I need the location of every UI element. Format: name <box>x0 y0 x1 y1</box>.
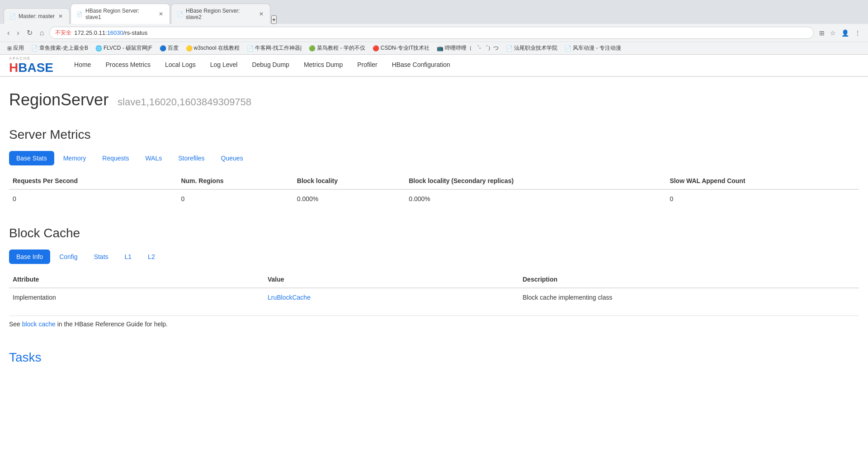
tab-memory[interactable]: Memory <box>56 151 94 165</box>
block-cache-header-row: Attribute Value Description <box>9 271 859 288</box>
logo-wrapper: APACHE H BASE <box>9 56 53 75</box>
tab-3-icon: 📄 <box>177 11 183 17</box>
block-cache-note: See block cache in the HBase Reference G… <box>9 315 859 332</box>
url-input[interactable]: 不安全 172.25.0.11:16030/rs-status <box>49 27 814 39</box>
block-cache-table: Attribute Value Description Implementati… <box>9 271 859 306</box>
bookmark-1[interactable]: 📄 章鱼搜索-史上最全B <box>29 43 90 53</box>
main-nav: Home Process Metrics Local Logs Log Leve… <box>67 55 458 76</box>
address-bar: ‹ › ↻ ⌂ 不安全 172.25.0.11:16030/rs-status … <box>0 24 868 42</box>
tab-2-close[interactable]: ✕ <box>158 10 164 18</box>
server-metrics-header-row: Requests Per Second Num. Regions Block l… <box>9 173 859 189</box>
app-header: APACHE H BASE Home Process Metrics Local… <box>0 55 868 77</box>
col-requests-per-second: Requests Per Second <box>9 173 177 189</box>
cell-num-regions: 0 <box>177 189 293 208</box>
nav-bar: APACHE H BASE Home Process Metrics Local… <box>0 55 868 76</box>
cell-value-implementation: LruBlockCache <box>264 288 519 306</box>
nav-local-logs[interactable]: Local Logs <box>158 55 203 76</box>
nav-process-metrics[interactable]: Process Metrics <box>98 55 158 76</box>
account-icon[interactable]: 👤 <box>840 28 851 38</box>
tab-3-close[interactable]: ✕ <box>258 10 264 18</box>
url-text: 172.25.0.11:16030/rs-status <box>74 29 808 36</box>
cell-requests-per-second: 0 <box>9 189 177 208</box>
browser-tab-3[interactable]: 📄 HBase Region Server: slave2 ✕ <box>171 4 270 24</box>
bookmark-10[interactable]: 📄 风车动漫 - 专注动漫 <box>563 43 623 53</box>
tasks-title[interactable]: Tasks <box>9 350 42 364</box>
browser-toolbar: ⊞ ☆ 👤 ⋮ <box>817 28 863 38</box>
translate-icon[interactable]: ⊞ <box>817 28 826 38</box>
bookmark-6[interactable]: 🟢 菜鸟教程 - 学的不仅 <box>307 43 367 53</box>
tab-1-icon: 📄 <box>9 14 16 19</box>
browser-tab-2[interactable]: 📄 HBase Region Server: slave1 ✕ <box>71 4 170 24</box>
server-metrics-data-row: 0 0 0.000% 0.000% 0 <box>9 189 859 208</box>
col-value: Value <box>264 271 519 288</box>
cell-attribute-implementation: Implementation <box>9 288 264 306</box>
bookmark-9[interactable]: 📄 汕尾职业技术学院 <box>504 43 559 53</box>
forward-button[interactable]: › <box>15 27 21 39</box>
browser-chrome: 📄 Master: master ✕ 📄 HBase Region Server… <box>0 0 868 55</box>
main-content: RegionServer slave1,16020,1603849309758 … <box>0 77 868 378</box>
logo-base: BASE <box>18 61 53 75</box>
server-metrics-table: Requests Per Second Num. Regions Block l… <box>9 173 859 208</box>
bookmark-5[interactable]: 📄 牛客网-找工作神器| <box>245 43 303 53</box>
server-metrics-section: Server Metrics Base Stats Memory Request… <box>9 127 859 208</box>
lru-block-cache-link[interactable]: LruBlockCache <box>268 294 311 301</box>
tab-stats[interactable]: Stats <box>87 249 116 264</box>
nav-hbase-configuration[interactable]: HBase Configuration <box>385 55 458 76</box>
tab-storefiles[interactable]: Storefiles <box>171 151 212 165</box>
bookmark-2[interactable]: 🌐 FLVCD - 硕鼠官网|F <box>94 43 154 53</box>
block-cache-tabs: Base Info Config Stats L1 L2 <box>9 249 859 264</box>
bookmark-3[interactable]: 🔵 百度 <box>158 43 180 53</box>
nav-debug-dump[interactable]: Debug Dump <box>245 55 297 76</box>
tab-config[interactable]: Config <box>52 249 85 264</box>
browser-tab-1[interactable]: 📄 Master: master ✕ <box>4 8 70 24</box>
nav-profiler[interactable]: Profiler <box>350 55 384 76</box>
page-header: RegionServer slave1,16020,1603849309758 <box>9 90 859 109</box>
home-button[interactable]: ⌂ <box>38 27 46 39</box>
server-metrics-title: Server Metrics <box>9 127 859 142</box>
nav-metrics-dump[interactable]: Metrics Dump <box>297 55 350 76</box>
bookmark-4[interactable]: 🟡 w3school 在线教程 <box>184 43 241 53</box>
tab-queues[interactable]: Queues <box>214 151 250 165</box>
block-cache-title: Block Cache <box>9 226 859 240</box>
cell-slow-wal: 0 <box>666 189 859 208</box>
tasks-section: Tasks <box>9 350 859 365</box>
logo-hbase[interactable]: H BASE <box>9 61 53 75</box>
url-path: /rs-status <box>123 29 147 36</box>
tab-l2[interactable]: L2 <box>141 249 162 264</box>
back-button[interactable]: ‹ <box>5 27 11 39</box>
tab-bar: 📄 Master: master ✕ 📄 HBase Region Server… <box>0 0 868 24</box>
note-suffix: in the HBase Reference Guide for help. <box>56 320 168 328</box>
page-title: RegionServer <box>9 90 108 109</box>
new-tab-button[interactable]: + <box>271 15 277 24</box>
logo-h: H <box>9 61 18 75</box>
nav-log-level[interactable]: Log Level <box>203 55 245 76</box>
bookmark-apps[interactable]: ⊞ 应用 <box>5 43 26 53</box>
block-cache-section: Block Cache Base Info Config Stats L1 L2… <box>9 226 859 332</box>
col-block-locality: Block locality <box>293 173 405 189</box>
tab-l1[interactable]: L1 <box>118 249 139 264</box>
server-metrics-tabs: Base Stats Memory Requests WALs Storefil… <box>9 151 859 165</box>
block-cache-guide-link[interactable]: block cache <box>22 320 56 328</box>
reload-button[interactable]: ↻ <box>25 27 34 39</box>
page-subtitle: slave1,16020,1603849309758 <box>118 96 251 108</box>
col-num-regions: Num. Regions <box>177 173 293 189</box>
note-prefix: See <box>9 320 22 328</box>
tab-2-icon: 📄 <box>76 11 83 17</box>
tab-base-stats[interactable]: Base Stats <box>9 151 54 165</box>
tab-wals[interactable]: WALs <box>138 151 169 165</box>
cell-block-locality-secondary: 0.000% <box>405 189 666 208</box>
tab-3-title: HBase Region Server: slave2 <box>186 8 255 20</box>
tab-base-info[interactable]: Base Info <box>9 249 50 264</box>
col-description: Description <box>519 271 859 288</box>
col-attribute: Attribute <box>9 271 264 288</box>
nav-home[interactable]: Home <box>67 55 98 76</box>
bookmark-icon[interactable]: ☆ <box>828 28 838 38</box>
tab-requests[interactable]: Requests <box>95 151 136 165</box>
tab-1-close[interactable]: ✕ <box>57 12 64 20</box>
bookmark-7[interactable]: 🔴 CSDN-专业IT技术社 <box>371 43 432 53</box>
col-block-locality-secondary: Block locality (Secondary replicas) <box>405 173 666 189</box>
bookmarks-bar: ⊞ 应用 📄 章鱼搜索-史上最全B 🌐 FLVCD - 硕鼠官网|F 🔵 百度 … <box>0 42 868 54</box>
logo-apache-text: APACHE <box>9 56 31 61</box>
bookmark-8[interactable]: 📺 哔哩哔哩（ ゜- ゜）つ <box>435 43 500 53</box>
menu-icon[interactable]: ⋮ <box>853 28 863 38</box>
